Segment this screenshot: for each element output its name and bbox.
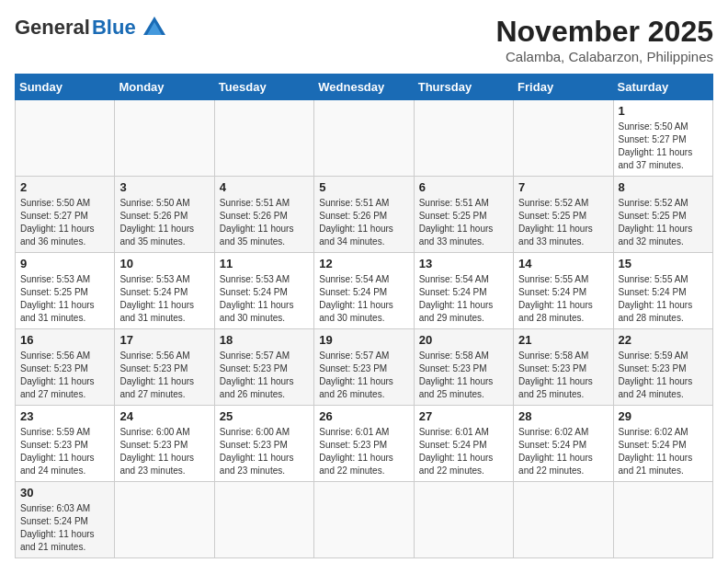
day-info: Sunrise: 6:03 AM Sunset: 5:24 PM Dayligh… [20,502,109,554]
calendar-cell: 5Sunrise: 5:51 AM Sunset: 5:26 PM Daylig… [314,177,414,253]
calendar-cell: 21Sunrise: 5:58 AM Sunset: 5:23 PM Dayli… [514,329,613,406]
calendar-cell [613,482,712,558]
day-info: Sunrise: 5:53 AM Sunset: 5:25 PM Dayligh… [20,273,109,325]
calendar-cell: 24Sunrise: 6:00 AM Sunset: 5:23 PM Dayli… [115,406,214,482]
calendar-cell: 7Sunrise: 5:52 AM Sunset: 5:25 PM Daylig… [514,177,613,253]
day-info: Sunrise: 5:52 AM Sunset: 5:25 PM Dayligh… [518,197,608,248]
day-info: Sunrise: 5:59 AM Sunset: 5:23 PM Dayligh… [20,426,109,477]
day-number: 2 [20,180,109,194]
day-info: Sunrise: 5:58 AM Sunset: 5:23 PM Dayligh… [419,350,508,401]
calendar-cell [214,100,313,177]
calendar-table: SundayMondayTuesdayWednesdayThursdayFrid… [15,74,713,558]
calendar-cell: 1Sunrise: 5:50 AM Sunset: 5:27 PM Daylig… [613,100,712,177]
location-title: Calamba, Calabarzon, Philippines [495,49,713,64]
calendar-cell: 6Sunrise: 5:51 AM Sunset: 5:25 PM Daylig… [414,177,513,253]
day-info: Sunrise: 6:00 AM Sunset: 5:23 PM Dayligh… [119,426,209,477]
calendar-cell: 15Sunrise: 5:55 AM Sunset: 5:24 PM Dayli… [613,253,712,329]
calendar-cell: 3Sunrise: 5:50 AM Sunset: 5:26 PM Daylig… [115,177,214,253]
calendar-cell: 16Sunrise: 5:56 AM Sunset: 5:23 PM Dayli… [16,329,115,406]
title-area: November 2025 Calamba, Calabarzon, Phili… [495,15,713,64]
day-info: Sunrise: 6:01 AM Sunset: 5:23 PM Dayligh… [319,426,408,477]
day-number: 24 [119,409,209,423]
day-info: Sunrise: 5:51 AM Sunset: 5:26 PM Dayligh… [220,197,309,248]
day-info: Sunrise: 6:00 AM Sunset: 5:23 PM Dayligh… [220,426,309,477]
day-info: Sunrise: 6:02 AM Sunset: 5:24 PM Dayligh… [619,426,708,477]
calendar-cell [414,100,513,177]
calendar-cell: 26Sunrise: 6:01 AM Sunset: 5:23 PM Dayli… [314,406,414,482]
day-number: 25 [220,409,309,423]
logo-general-text: General [15,16,90,40]
day-number: 22 [619,333,708,347]
weekday-header-saturday: Saturday [613,75,712,100]
day-number: 11 [220,257,309,270]
calendar-cell [514,482,613,558]
weekday-header-tuesday: Tuesday [214,75,313,100]
calendar-cell: 20Sunrise: 5:58 AM Sunset: 5:23 PM Dayli… [414,329,513,406]
day-info: Sunrise: 5:58 AM Sunset: 5:23 PM Dayligh… [518,350,608,401]
calendar-cell [115,482,214,558]
day-number: 7 [518,180,608,194]
calendar-cell [314,482,414,558]
day-info: Sunrise: 5:56 AM Sunset: 5:23 PM Dayligh… [20,350,109,401]
day-info: Sunrise: 5:57 AM Sunset: 5:23 PM Dayligh… [220,350,309,401]
weekday-header-row: SundayMondayTuesdayWednesdayThursdayFrid… [16,75,713,100]
day-number: 12 [319,257,408,270]
day-number: 6 [419,180,508,194]
day-number: 21 [518,333,608,347]
logo-icon [142,15,167,40]
calendar-week-row: 2Sunrise: 5:50 AM Sunset: 5:27 PM Daylig… [16,177,713,253]
weekday-header-monday: Monday [115,75,214,100]
calendar-cell [414,482,513,558]
calendar-cell: 9Sunrise: 5:53 AM Sunset: 5:25 PM Daylig… [16,253,115,329]
day-number: 9 [20,257,109,270]
day-number: 19 [319,333,408,347]
calendar-cell: 8Sunrise: 5:52 AM Sunset: 5:25 PM Daylig… [613,177,712,253]
calendar-cell [314,100,414,177]
calendar-week-row: 23Sunrise: 5:59 AM Sunset: 5:23 PM Dayli… [16,406,713,482]
day-info: Sunrise: 5:51 AM Sunset: 5:25 PM Dayligh… [419,197,508,248]
calendar-cell: 17Sunrise: 5:56 AM Sunset: 5:23 PM Dayli… [115,329,214,406]
day-info: Sunrise: 5:51 AM Sunset: 5:26 PM Dayligh… [319,197,408,248]
calendar-cell: 12Sunrise: 5:54 AM Sunset: 5:24 PM Dayli… [314,253,414,329]
calendar-cell: 22Sunrise: 5:59 AM Sunset: 5:23 PM Dayli… [613,329,712,406]
calendar-cell: 25Sunrise: 6:00 AM Sunset: 5:23 PM Dayli… [214,406,313,482]
day-info: Sunrise: 5:57 AM Sunset: 5:23 PM Dayligh… [319,350,408,401]
calendar-cell: 2Sunrise: 5:50 AM Sunset: 5:27 PM Daylig… [16,177,115,253]
day-info: Sunrise: 6:01 AM Sunset: 5:24 PM Dayligh… [419,426,508,477]
weekday-header-thursday: Thursday [414,75,513,100]
calendar-cell [214,482,313,558]
calendar-cell: 23Sunrise: 5:59 AM Sunset: 5:23 PM Dayli… [16,406,115,482]
day-info: Sunrise: 5:53 AM Sunset: 5:24 PM Dayligh… [119,273,209,325]
weekday-header-wednesday: Wednesday [314,75,414,100]
logo: General Blue [15,15,167,40]
calendar-week-row: 30Sunrise: 6:03 AM Sunset: 5:24 PM Dayli… [16,482,713,558]
day-number: 26 [319,409,408,423]
day-info: Sunrise: 5:55 AM Sunset: 5:24 PM Dayligh… [619,273,708,325]
calendar-cell: 18Sunrise: 5:57 AM Sunset: 5:23 PM Dayli… [214,329,313,406]
day-info: Sunrise: 5:50 AM Sunset: 5:27 PM Dayligh… [20,197,109,248]
day-number: 3 [119,180,209,194]
day-number: 1 [619,104,708,118]
day-number: 18 [220,333,309,347]
calendar-cell [514,100,613,177]
calendar-cell [16,100,115,177]
day-info: Sunrise: 5:52 AM Sunset: 5:25 PM Dayligh… [619,197,708,248]
day-number: 14 [518,257,608,270]
day-number: 15 [619,257,708,270]
day-number: 27 [419,409,508,423]
day-number: 5 [319,180,408,194]
day-number: 20 [419,333,508,347]
day-info: Sunrise: 5:53 AM Sunset: 5:24 PM Dayligh… [220,273,309,325]
calendar-cell: 29Sunrise: 6:02 AM Sunset: 5:24 PM Dayli… [613,406,712,482]
day-info: Sunrise: 6:02 AM Sunset: 5:24 PM Dayligh… [518,426,608,477]
weekday-header-friday: Friday [514,75,613,100]
day-number: 13 [419,257,508,270]
calendar-cell: 13Sunrise: 5:54 AM Sunset: 5:24 PM Dayli… [414,253,513,329]
day-info: Sunrise: 5:54 AM Sunset: 5:24 PM Dayligh… [419,273,508,325]
calendar-week-row: 9Sunrise: 5:53 AM Sunset: 5:25 PM Daylig… [16,253,713,329]
calendar-week-row: 16Sunrise: 5:56 AM Sunset: 5:23 PM Dayli… [16,329,713,406]
day-number: 4 [220,180,309,194]
day-number: 28 [518,409,608,423]
calendar-week-row: 1Sunrise: 5:50 AM Sunset: 5:27 PM Daylig… [16,100,713,177]
logo-blue-text: Blue [92,16,136,40]
